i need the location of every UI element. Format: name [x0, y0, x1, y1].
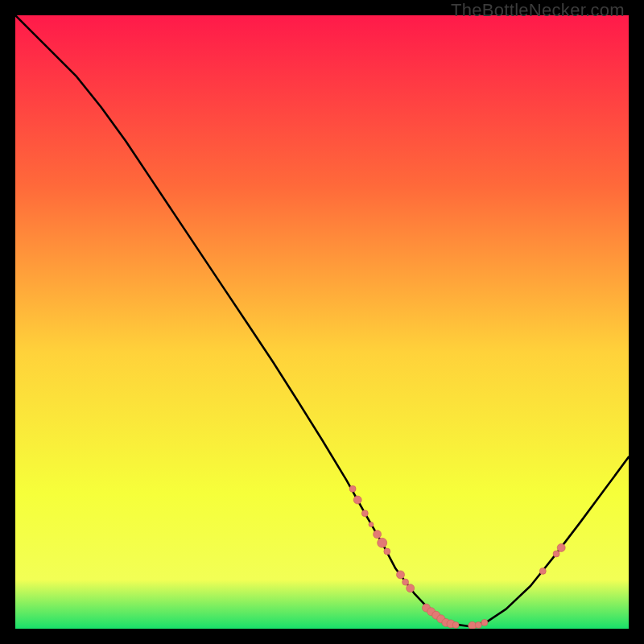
data-marker	[539, 568, 546, 574]
data-marker	[397, 571, 405, 579]
data-marker	[374, 530, 382, 539]
data-marker	[384, 548, 390, 555]
bottleneck-chart	[15, 15, 629, 629]
data-marker	[378, 538, 387, 547]
data-marker	[407, 584, 415, 592]
data-marker	[452, 621, 459, 628]
data-marker	[349, 485, 356, 492]
data-marker	[353, 496, 361, 504]
data-marker	[557, 543, 565, 551]
data-marker	[475, 621, 481, 628]
gradient-background	[15, 15, 629, 629]
watermark-text: TheBottleNecker.com	[451, 0, 625, 21]
data-marker	[481, 619, 488, 625]
data-marker	[553, 551, 559, 557]
data-marker	[402, 579, 409, 585]
chart-frame	[15, 15, 629, 629]
data-marker	[369, 522, 374, 527]
data-marker	[361, 510, 368, 517]
